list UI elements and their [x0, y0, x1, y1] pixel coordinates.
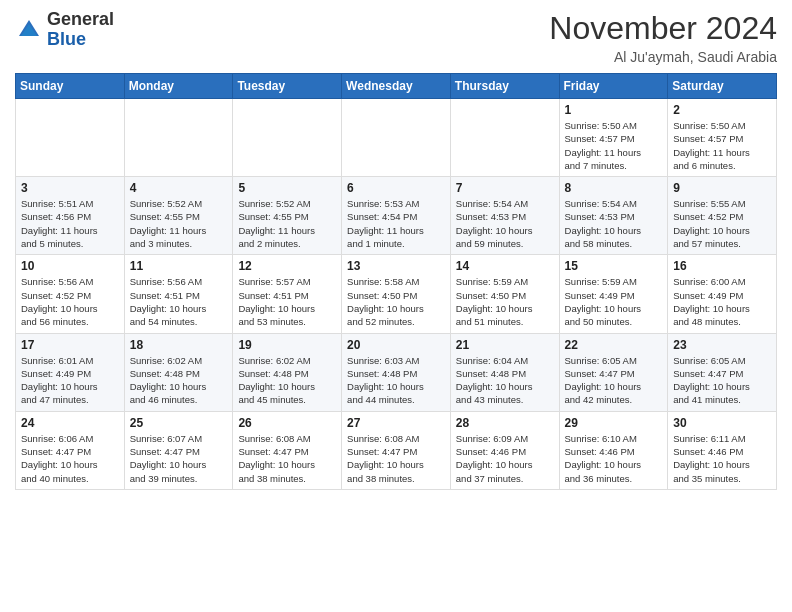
calendar-cell: 28Sunrise: 6:09 AM Sunset: 4:46 PM Dayli… [450, 411, 559, 489]
day-number: 1 [565, 103, 663, 117]
calendar-week-row: 3Sunrise: 5:51 AM Sunset: 4:56 PM Daylig… [16, 177, 777, 255]
calendar-week-row: 10Sunrise: 5:56 AM Sunset: 4:52 PM Dayli… [16, 255, 777, 333]
day-number: 25 [130, 416, 228, 430]
weekday-header: Wednesday [342, 74, 451, 99]
calendar-cell: 4Sunrise: 5:52 AM Sunset: 4:55 PM Daylig… [124, 177, 233, 255]
page: General Blue November 2024 Al Ju'aymah, … [0, 0, 792, 612]
calendar-cell: 9Sunrise: 5:55 AM Sunset: 4:52 PM Daylig… [668, 177, 777, 255]
calendar-cell [16, 99, 125, 177]
day-detail: Sunrise: 5:56 AM Sunset: 4:52 PM Dayligh… [21, 275, 119, 328]
day-number: 3 [21, 181, 119, 195]
calendar-cell: 14Sunrise: 5:59 AM Sunset: 4:50 PM Dayli… [450, 255, 559, 333]
calendar-week-row: 17Sunrise: 6:01 AM Sunset: 4:49 PM Dayli… [16, 333, 777, 411]
weekday-header: Tuesday [233, 74, 342, 99]
calendar-cell [342, 99, 451, 177]
calendar-cell [233, 99, 342, 177]
day-number: 23 [673, 338, 771, 352]
calendar-cell: 6Sunrise: 5:53 AM Sunset: 4:54 PM Daylig… [342, 177, 451, 255]
calendar-cell: 19Sunrise: 6:02 AM Sunset: 4:48 PM Dayli… [233, 333, 342, 411]
day-detail: Sunrise: 6:09 AM Sunset: 4:46 PM Dayligh… [456, 432, 554, 485]
day-number: 8 [565, 181, 663, 195]
calendar-cell: 23Sunrise: 6:05 AM Sunset: 4:47 PM Dayli… [668, 333, 777, 411]
weekday-header: Monday [124, 74, 233, 99]
day-detail: Sunrise: 5:59 AM Sunset: 4:49 PM Dayligh… [565, 275, 663, 328]
weekday-header: Thursday [450, 74, 559, 99]
calendar-cell: 18Sunrise: 6:02 AM Sunset: 4:48 PM Dayli… [124, 333, 233, 411]
day-number: 20 [347, 338, 445, 352]
day-detail: Sunrise: 6:02 AM Sunset: 4:48 PM Dayligh… [130, 354, 228, 407]
weekday-header: Sunday [16, 74, 125, 99]
day-number: 5 [238, 181, 336, 195]
day-number: 29 [565, 416, 663, 430]
logo: General Blue [15, 10, 114, 50]
weekday-header: Friday [559, 74, 668, 99]
day-detail: Sunrise: 5:54 AM Sunset: 4:53 PM Dayligh… [565, 197, 663, 250]
calendar-header-row: SundayMondayTuesdayWednesdayThursdayFrid… [16, 74, 777, 99]
calendar-cell [124, 99, 233, 177]
day-number: 27 [347, 416, 445, 430]
day-number: 22 [565, 338, 663, 352]
month-title: November 2024 [549, 10, 777, 47]
day-number: 24 [21, 416, 119, 430]
day-detail: Sunrise: 6:01 AM Sunset: 4:49 PM Dayligh… [21, 354, 119, 407]
calendar-week-row: 24Sunrise: 6:06 AM Sunset: 4:47 PM Dayli… [16, 411, 777, 489]
header: General Blue November 2024 Al Ju'aymah, … [15, 10, 777, 65]
day-number: 6 [347, 181, 445, 195]
calendar-cell: 16Sunrise: 6:00 AM Sunset: 4:49 PM Dayli… [668, 255, 777, 333]
calendar-cell: 15Sunrise: 5:59 AM Sunset: 4:49 PM Dayli… [559, 255, 668, 333]
weekday-header: Saturday [668, 74, 777, 99]
day-number: 14 [456, 259, 554, 273]
day-detail: Sunrise: 5:53 AM Sunset: 4:54 PM Dayligh… [347, 197, 445, 250]
calendar-cell: 5Sunrise: 5:52 AM Sunset: 4:55 PM Daylig… [233, 177, 342, 255]
day-detail: Sunrise: 5:50 AM Sunset: 4:57 PM Dayligh… [565, 119, 663, 172]
calendar-cell: 25Sunrise: 6:07 AM Sunset: 4:47 PM Dayli… [124, 411, 233, 489]
day-number: 11 [130, 259, 228, 273]
day-detail: Sunrise: 6:07 AM Sunset: 4:47 PM Dayligh… [130, 432, 228, 485]
calendar-cell: 1Sunrise: 5:50 AM Sunset: 4:57 PM Daylig… [559, 99, 668, 177]
calendar-cell: 17Sunrise: 6:01 AM Sunset: 4:49 PM Dayli… [16, 333, 125, 411]
calendar-cell: 29Sunrise: 6:10 AM Sunset: 4:46 PM Dayli… [559, 411, 668, 489]
day-detail: Sunrise: 5:55 AM Sunset: 4:52 PM Dayligh… [673, 197, 771, 250]
day-detail: Sunrise: 6:08 AM Sunset: 4:47 PM Dayligh… [347, 432, 445, 485]
day-number: 26 [238, 416, 336, 430]
day-detail: Sunrise: 5:51 AM Sunset: 4:56 PM Dayligh… [21, 197, 119, 250]
calendar-cell: 21Sunrise: 6:04 AM Sunset: 4:48 PM Dayli… [450, 333, 559, 411]
day-detail: Sunrise: 6:02 AM Sunset: 4:48 PM Dayligh… [238, 354, 336, 407]
title-block: November 2024 Al Ju'aymah, Saudi Arabia [549, 10, 777, 65]
day-number: 12 [238, 259, 336, 273]
day-detail: Sunrise: 5:50 AM Sunset: 4:57 PM Dayligh… [673, 119, 771, 172]
day-detail: Sunrise: 5:57 AM Sunset: 4:51 PM Dayligh… [238, 275, 336, 328]
day-number: 17 [21, 338, 119, 352]
calendar-cell: 11Sunrise: 5:56 AM Sunset: 4:51 PM Dayli… [124, 255, 233, 333]
calendar-cell: 22Sunrise: 6:05 AM Sunset: 4:47 PM Dayli… [559, 333, 668, 411]
day-number: 10 [21, 259, 119, 273]
day-number: 15 [565, 259, 663, 273]
logo-general-text: General [47, 9, 114, 29]
day-detail: Sunrise: 5:54 AM Sunset: 4:53 PM Dayligh… [456, 197, 554, 250]
day-number: 19 [238, 338, 336, 352]
calendar-cell: 2Sunrise: 5:50 AM Sunset: 4:57 PM Daylig… [668, 99, 777, 177]
day-number: 30 [673, 416, 771, 430]
day-detail: Sunrise: 6:10 AM Sunset: 4:46 PM Dayligh… [565, 432, 663, 485]
day-number: 16 [673, 259, 771, 273]
day-number: 4 [130, 181, 228, 195]
day-detail: Sunrise: 5:58 AM Sunset: 4:50 PM Dayligh… [347, 275, 445, 328]
day-detail: Sunrise: 6:04 AM Sunset: 4:48 PM Dayligh… [456, 354, 554, 407]
logo-icon [15, 16, 43, 44]
calendar-cell: 10Sunrise: 5:56 AM Sunset: 4:52 PM Dayli… [16, 255, 125, 333]
day-detail: Sunrise: 5:56 AM Sunset: 4:51 PM Dayligh… [130, 275, 228, 328]
calendar-cell: 8Sunrise: 5:54 AM Sunset: 4:53 PM Daylig… [559, 177, 668, 255]
calendar-cell: 26Sunrise: 6:08 AM Sunset: 4:47 PM Dayli… [233, 411, 342, 489]
calendar-cell: 12Sunrise: 5:57 AM Sunset: 4:51 PM Dayli… [233, 255, 342, 333]
calendar-cell: 13Sunrise: 5:58 AM Sunset: 4:50 PM Dayli… [342, 255, 451, 333]
day-detail: Sunrise: 6:06 AM Sunset: 4:47 PM Dayligh… [21, 432, 119, 485]
day-number: 2 [673, 103, 771, 117]
location: Al Ju'aymah, Saudi Arabia [549, 49, 777, 65]
calendar-cell: 3Sunrise: 5:51 AM Sunset: 4:56 PM Daylig… [16, 177, 125, 255]
day-number: 13 [347, 259, 445, 273]
day-detail: Sunrise: 6:11 AM Sunset: 4:46 PM Dayligh… [673, 432, 771, 485]
logo-blue-text: Blue [47, 29, 86, 49]
day-detail: Sunrise: 5:59 AM Sunset: 4:50 PM Dayligh… [456, 275, 554, 328]
calendar-cell: 24Sunrise: 6:06 AM Sunset: 4:47 PM Dayli… [16, 411, 125, 489]
calendar-cell: 30Sunrise: 6:11 AM Sunset: 4:46 PM Dayli… [668, 411, 777, 489]
